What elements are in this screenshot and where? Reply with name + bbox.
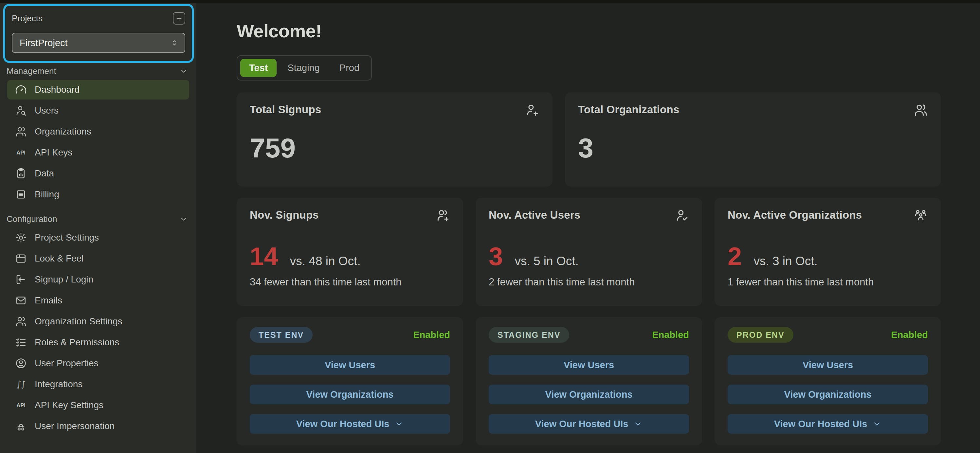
stat-note: 34 fewer than this time last month — [250, 276, 450, 288]
sidebar-item-label: Organizations — [35, 126, 91, 137]
clipboard-chart-icon — [15, 168, 27, 180]
totals-row: Total Signups 759 Total Organizations 3 — [237, 92, 941, 187]
card-title: Nov. Active Organizations — [728, 209, 862, 221]
tab-prod[interactable]: Prod — [331, 59, 368, 77]
tab-test[interactable]: Test — [240, 59, 277, 77]
sidebar-item-organizations[interactable]: Organizations — [7, 122, 189, 141]
view-hosted-uis-button[interactable]: View Our Hosted UIs — [489, 414, 689, 434]
view-hosted-uis-label: View Our Hosted UIs — [774, 419, 867, 429]
chevron-down-icon — [872, 419, 881, 428]
api-badge-icon — [15, 147, 27, 159]
card-header: Nov. Signups — [250, 209, 450, 223]
app-root: Projects FirstProject Management Dashboa… — [0, 0, 980, 453]
sidebar-item-label: API Key Settings — [35, 400, 103, 410]
sidebar-item-organization-settings[interactable]: Organization Settings — [7, 312, 189, 331]
card-title: Total Signups — [250, 103, 321, 116]
view-organizations-button[interactable]: View Organizations — [728, 385, 928, 404]
sidebar-item-roles-permissions[interactable]: Roles & Permissions — [7, 332, 189, 352]
management-nav-list: Dashboard Users Organizations API Keys D… — [0, 80, 196, 204]
add-project-button[interactable] — [173, 12, 185, 25]
view-hosted-uis-button[interactable]: View Our Hosted UIs — [250, 414, 450, 434]
view-organizations-button[interactable]: View Organizations — [489, 385, 689, 404]
sidebar-item-user-impersonation[interactable]: User Impersonation — [7, 416, 189, 436]
env-badge: TEST ENV — [250, 327, 313, 343]
total-organizations-value: 3 — [578, 134, 928, 162]
plus-icon — [175, 15, 183, 22]
status-badge: Enabled — [891, 330, 928, 340]
circle-user-icon — [15, 358, 27, 369]
card-title: Total Organizations — [578, 103, 679, 116]
view-organizations-button[interactable]: View Organizations — [250, 385, 450, 404]
sidebar-item-label: Signup / Login — [35, 274, 93, 285]
card-header: Nov. Active Users — [489, 209, 689, 223]
card-header: Total Signups — [250, 103, 539, 117]
view-users-button[interactable]: View Users — [250, 355, 450, 375]
view-hosted-uis-label: View Our Hosted UIs — [296, 419, 390, 429]
sidebar-item-look-and-feel[interactable]: Look & Feel — [7, 249, 189, 269]
checklist-icon — [15, 337, 27, 348]
sidebar-item-billing[interactable]: Billing — [7, 184, 189, 204]
sidebar-item-users[interactable]: Users — [7, 101, 189, 121]
section-header-management[interactable]: Management — [6, 65, 188, 77]
total-signups-card: Total Signups 759 — [237, 92, 552, 187]
stat-comparison: vs. 48 in Oct. — [290, 254, 361, 268]
sidebar-item-dashboard[interactable]: Dashboard — [7, 80, 189, 100]
card-title: Nov. Signups — [250, 209, 319, 221]
staging-env-card: STAGING ENV Enabled View Users View Orga… — [476, 317, 702, 445]
sidebar-item-data[interactable]: Data — [7, 164, 189, 183]
stat-row: 14 vs. 48 in Oct. — [250, 243, 450, 269]
section-label: Configuration — [6, 214, 57, 224]
stat-note: 1 fewer than this time last month — [728, 276, 928, 288]
sidebar-item-label: Integrations — [35, 379, 83, 389]
view-users-button[interactable]: View Users — [489, 355, 689, 375]
env-tab-bar: Test Staging Prod — [237, 55, 372, 81]
sidebar-item-api-key-settings[interactable]: API Key Settings — [7, 396, 189, 415]
sidebar-item-integrations[interactable]: Integrations — [7, 374, 189, 394]
tab-staging[interactable]: Staging — [278, 59, 328, 77]
sidebar-item-label: Look & Feel — [35, 253, 83, 264]
nov-signups-card: Nov. Signups 14 vs. 48 in Oct. 34 fewer … — [237, 198, 463, 306]
api-badge-icon — [15, 399, 27, 411]
status-badge: Enabled — [652, 330, 689, 340]
test-env-card: TEST ENV Enabled View Users View Organiz… — [237, 317, 463, 445]
env-card-header: STAGING ENV Enabled — [489, 327, 689, 343]
chevron-down-icon — [179, 67, 188, 75]
section-header-configuration[interactable]: Configuration — [6, 213, 188, 225]
stat-comparison: vs. 5 in Oct. — [515, 254, 578, 268]
card-header: Nov. Active Organizations — [728, 209, 928, 223]
user-check-icon — [675, 208, 689, 223]
sidebar-item-api-keys[interactable]: API Keys — [7, 143, 189, 162]
sidebar-item-label: Users — [35, 105, 59, 116]
prod-env-card: PROD ENV Enabled View Users View Organiz… — [714, 317, 941, 445]
status-badge: Enabled — [413, 330, 450, 340]
sidebar-item-signup-login[interactable]: Signup / Login — [7, 270, 189, 289]
sidebar-item-label: Organization Settings — [35, 316, 123, 327]
view-hosted-uis-button[interactable]: View Our Hosted UIs — [728, 414, 928, 434]
gear-icon — [15, 232, 27, 243]
sidebar-item-project-settings[interactable]: Project Settings — [7, 228, 189, 248]
total-signups-value: 759 — [250, 134, 539, 162]
configuration-nav-list: Project Settings Look & Feel Signup / Lo… — [0, 228, 196, 436]
sidebar-item-label: User Properties — [35, 358, 99, 369]
project-selector-highlight: Projects FirstProject — [3, 4, 194, 63]
sidebar-item-label: Roles & Permissions — [35, 337, 119, 348]
user-plus-icon — [525, 103, 539, 117]
project-dropdown[interactable]: FirstProject — [12, 33, 185, 53]
stat-note: 2 fewer than this time last month — [489, 276, 689, 288]
main-content: Welcome! Test Staging Prod Total Signups… — [196, 0, 980, 453]
card-title: Nov. Active Users — [489, 209, 580, 221]
nov-active-organizations-value: 2 — [728, 243, 742, 269]
sidebar-item-label: User Impersonation — [35, 421, 115, 431]
projects-header-row: Projects — [12, 11, 185, 25]
sidebar-item-label: API Keys — [35, 147, 72, 158]
users-icon — [15, 316, 27, 327]
card-header: Total Organizations — [578, 103, 928, 117]
view-hosted-uis-label: View Our Hosted UIs — [535, 419, 628, 429]
list-lines-icon — [15, 189, 27, 200]
view-users-button[interactable]: View Users — [728, 355, 928, 375]
sidebar-item-user-properties[interactable]: User Properties — [7, 353, 189, 373]
sidebar-item-label: Project Settings — [35, 232, 99, 243]
env-badge: STAGING ENV — [489, 327, 569, 343]
sidebar-item-emails[interactable]: Emails — [7, 291, 189, 310]
stat-row: 3 vs. 5 in Oct. — [489, 243, 689, 269]
